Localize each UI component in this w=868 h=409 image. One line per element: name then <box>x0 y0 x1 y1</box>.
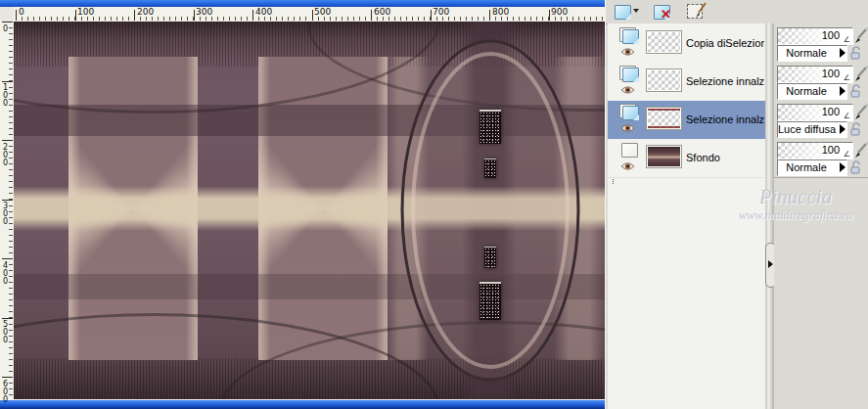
brush-variance-button[interactable] <box>853 142 868 159</box>
layer-name: Sfondo <box>686 152 720 163</box>
brush-variance-button[interactable] <box>853 27 868 44</box>
brush-icon <box>693 1 708 19</box>
new-layer-button[interactable] <box>614 2 639 22</box>
watermark: Pinuccia www.maidiregrafica.eu <box>724 186 867 223</box>
layer-visibility-eye-icon[interactable] <box>620 47 635 57</box>
layers-palette-toolbar: ✕ <box>606 0 868 24</box>
dropdown-arrow-icon[interactable] <box>840 162 845 172</box>
h-ruler-label: 600 <box>374 7 390 17</box>
layer-controls-row: 100 ∠ Luce diffusa <box>774 101 868 140</box>
opacity-slider[interactable]: 100 ∠ <box>777 27 853 45</box>
layer-page-icon <box>621 143 638 158</box>
lock-transparency-button[interactable] <box>848 160 863 175</box>
opacity-slider[interactable]: 100 ∠ <box>777 142 853 159</box>
layer-row-selezione-innalzata-1[interactable]: Selezione innalzata 1 <box>608 101 765 140</box>
h-ruler-label: 300 <box>196 7 212 17</box>
image-canvas[interactable] <box>14 22 605 399</box>
raster-layer-icon <box>619 66 641 83</box>
layer-visibility-eye-icon[interactable] <box>620 161 635 171</box>
opacity-slider[interactable]: 100 ∠ <box>777 104 853 121</box>
watermark-url: www.maidiregrafica.eu <box>724 208 867 223</box>
opacity-value: 100 <box>822 144 840 156</box>
layer-page-front-icon <box>622 29 639 44</box>
layer-thumbnail[interactable] <box>647 108 681 129</box>
layer-name: Copia diSelezione inn <box>686 37 764 49</box>
layer-thumbnail[interactable] <box>647 69 681 91</box>
slider-corner-icon: ∠ <box>844 112 850 120</box>
horizontal-ruler: 0 100 200 300 400 500 600 700 800 900 <box>14 7 605 23</box>
layer-name: Selezione innalzata 1 <box>686 114 764 125</box>
watermark-name: Pinuccia <box>724 186 867 208</box>
layer-page-front-icon <box>622 68 639 82</box>
blend-mode-dropdown[interactable]: Normale <box>777 45 847 62</box>
slider-corner-icon: ∠ <box>844 35 850 44</box>
canvas-art-glitter-square <box>480 110 501 144</box>
dropdown-arrow-icon[interactable] <box>840 86 845 96</box>
layer-page-front-icon <box>622 106 639 120</box>
dropdown-arrow-icon[interactable] <box>840 48 845 58</box>
v-ruler-label: 0 <box>1 24 9 32</box>
dropdown-arrow-icon[interactable] <box>840 124 845 134</box>
opacity-slider[interactable]: 100 ∠ <box>777 66 853 83</box>
brush-variance-button[interactable] <box>853 66 868 82</box>
background-layer-icon <box>619 142 641 159</box>
background-window-titlebar-edge[interactable] <box>0 0 605 7</box>
chevron-down-icon[interactable] <box>633 9 639 13</box>
lock-transparency-button[interactable] <box>848 122 863 137</box>
slider-corner-icon: ∠ <box>844 73 850 82</box>
canvas-art-glitter-square <box>484 159 496 178</box>
blend-mode-value: Normale <box>778 161 835 173</box>
h-ruler-label: 500 <box>314 7 331 17</box>
ruler-corner-box <box>0 7 15 23</box>
h-ruler-label: 800 <box>492 7 509 17</box>
layer-thumbnail[interactable] <box>647 146 681 167</box>
v-ruler-label: 300 <box>1 202 9 225</box>
canvas-art-glitter-square <box>484 247 496 268</box>
new-layer-icon <box>615 5 631 20</box>
vertical-ruler: 0 100 200 300 400 500 600 <box>0 22 15 399</box>
v-ruler-label: 200 <box>1 143 9 166</box>
v-ruler-label: 600 <box>1 380 9 403</box>
raster-layer-icon <box>619 27 641 45</box>
h-ruler-label: 100 <box>77 7 94 17</box>
blend-mode-value: Normale <box>778 47 835 59</box>
ruler-major-ticks <box>16 10 605 21</box>
v-ruler-label: 400 <box>1 261 9 285</box>
opacity-value: 100 <box>822 29 840 41</box>
layer-thumbnail[interactable] <box>647 31 681 53</box>
layer-row-sfondo[interactable]: Sfondo <box>608 139 765 178</box>
slider-corner-icon: ∠ <box>844 150 850 159</box>
v-ruler-label: 100 <box>1 83 9 107</box>
raster-layer-icon <box>619 104 641 121</box>
blend-mode-dropdown[interactable]: Luce diffusa <box>777 121 847 138</box>
canvas-art-lens <box>395 29 585 391</box>
lock-transparency-button[interactable] <box>848 46 863 61</box>
delete-x-icon: ✕ <box>661 8 671 21</box>
app-window: 0 100 200 300 400 500 600 700 800 900 0 … <box>0 0 868 409</box>
edit-selection-button[interactable] <box>686 2 711 22</box>
lock-transparency-button[interactable] <box>848 84 863 99</box>
layer-visibility-eye-icon[interactable] <box>620 123 635 133</box>
blend-mode-dropdown[interactable]: Normale <box>777 159 847 176</box>
blend-mode-dropdown[interactable]: Normale <box>777 83 847 100</box>
background-window-titlebar-bottom[interactable] <box>0 400 607 409</box>
opacity-value: 100 <box>822 68 840 79</box>
v-ruler-label: 500 <box>1 320 9 343</box>
h-ruler-label: 700 <box>433 7 449 17</box>
layer-visibility-eye-icon[interactable] <box>620 85 635 95</box>
brush-variance-button[interactable] <box>853 104 868 120</box>
opacity-value: 100 <box>822 106 840 117</box>
layer-controls-row: 100 ∠ Normale <box>774 63 868 102</box>
layer-row-selezione-innalzata[interactable]: Selezione innalzata <box>608 63 765 102</box>
layer-controls-row: 100 ∠ Normale <box>774 24 868 64</box>
blend-mode-value: Luce diffusa <box>778 123 835 135</box>
delete-layer-button[interactable]: ✕ <box>653 2 678 22</box>
h-ruler-label: 400 <box>255 7 272 17</box>
h-ruler-label: 900 <box>551 7 568 17</box>
h-ruler-label: 200 <box>137 7 154 17</box>
layer-name: Selezione innalzata <box>686 75 764 87</box>
layer-controls-row: 100 ∠ Normale <box>774 139 868 178</box>
layer-row-copia-diselezione[interactable]: Copia diSelezione inn <box>608 24 765 64</box>
blend-mode-value: Normale <box>778 85 835 97</box>
canvas-art-glitter-square <box>480 282 501 320</box>
